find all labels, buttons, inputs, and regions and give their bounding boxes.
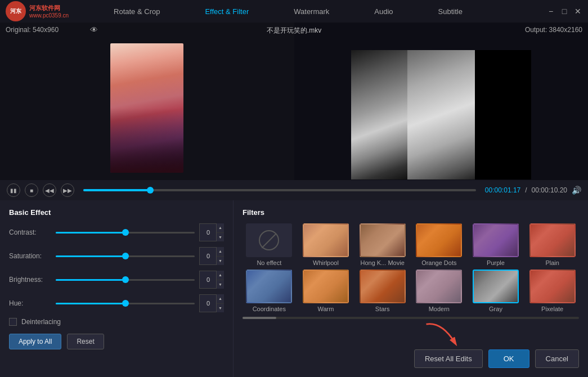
app-subtitle: www.pc0359.cn (29, 12, 69, 19)
progress-bar[interactable] (83, 189, 476, 191)
saturation-label: Saturation: (9, 252, 51, 260)
filter-thumb-no-effect (246, 223, 292, 257)
filter-scrollbar-container (243, 317, 579, 319)
app-title: 河东软件网 (29, 4, 69, 12)
cancel-button[interactable]: Cancel (535, 349, 579, 368)
filter-thumb-gray (473, 270, 519, 303)
stop-button[interactable]: ■ (25, 183, 38, 197)
nav-rotate-crop[interactable]: Rotate & Crop (102, 5, 171, 18)
contrast-label: Contrast: (9, 228, 51, 236)
video-preview-right-container (294, 23, 589, 180)
filter-stars[interactable]: Stars (356, 270, 409, 312)
time-separator: / (525, 186, 527, 194)
original-size: Original: 540x960 (6, 26, 59, 34)
basic-effect-title: Basic Effect (9, 208, 224, 217)
filter-label-hongkong: Hong K... Movie (361, 259, 405, 266)
deinterlacing-row: Deinterlacing (9, 318, 224, 326)
main-content: Basic Effect Contrast: ▲ ▼ Saturation: (0, 200, 588, 377)
filter-label-coordinates: Coordinates (253, 306, 286, 312)
filter-thumb-pixelate (529, 270, 576, 303)
filter-gray[interactable]: Gray (469, 270, 523, 312)
brightness-slider[interactable] (56, 279, 195, 281)
contrast-down[interactable]: ▼ (217, 233, 224, 242)
reset-button[interactable]: Reset (67, 334, 104, 349)
filter-thumb-whirlpool (303, 223, 349, 257)
nav-subtitle[interactable]: Subtitle (427, 5, 474, 18)
effect-buttons: Apply to All Reset (9, 334, 224, 349)
output-size: Output: 3840x2160 (525, 26, 582, 34)
next-button[interactable]: ▶▶ (61, 183, 74, 197)
hue-label: Hue: (9, 299, 51, 307)
filter-modern[interactable]: Modern (412, 270, 466, 312)
window-controls: − □ ✕ (546, 7, 582, 16)
main-nav: Rotate & Crop Effect & Filter Watermark … (91, 5, 485, 18)
saturation-value-wrap: ▲ ▼ (199, 247, 224, 265)
contrast-slider[interactable] (56, 232, 195, 234)
playback-bar: ▮▮ ■ ◀◀ ▶▶ 00:00:01.17 / 00:00:10.20 🔊 (0, 180, 588, 200)
brightness-label: Brightness: (9, 276, 51, 284)
maximize-button[interactable]: □ (560, 7, 569, 16)
nav-audio[interactable]: Audio (363, 5, 404, 18)
contrast-value-wrap: ▲ ▼ (199, 223, 224, 241)
filter-orangedots[interactable]: Orange Dots (412, 223, 466, 266)
hue-up[interactable]: ▲ (217, 294, 224, 304)
filter-thumb-hongkong (360, 223, 406, 257)
filter-label-modern: Modern (429, 306, 450, 312)
filter-label-warm: Warm (318, 306, 334, 312)
filter-thumb-orangedots (416, 223, 462, 257)
filter-purple[interactable]: Purple (469, 223, 523, 266)
nav-watermark[interactable]: Watermark (282, 5, 340, 18)
filter-pixelate[interactable]: Pixelate (526, 270, 579, 312)
filter-label-plain: Plain (545, 259, 559, 266)
filter-label-stars: Stars (375, 306, 390, 312)
filters-title: Filters (243, 208, 579, 217)
filter-thumb-purple (473, 223, 519, 257)
filter-thumb-coordinates (246, 270, 292, 303)
saturation-row: Saturation: ▲ ▼ (9, 247, 224, 265)
prev-button[interactable]: ◀◀ (43, 183, 56, 197)
nav-effect-filter[interactable]: Effect & Filter (194, 5, 260, 18)
video-preview-left (110, 43, 183, 173)
filter-whirlpool[interactable]: Whirlpool (299, 223, 353, 266)
brightness-up[interactable]: ▲ (217, 271, 224, 280)
hue-down[interactable]: ▼ (217, 304, 224, 313)
filter-warm[interactable]: Warm (299, 270, 353, 312)
total-time: 00:00:10.20 (532, 186, 567, 194)
filter-scrollbar-thumb (243, 317, 276, 319)
apply-to-all-button[interactable]: Apply to All (9, 334, 61, 349)
video-preview-left-container (0, 23, 294, 180)
filter-label-whirlpool: Whirlpool (313, 259, 339, 266)
ok-button[interactable]: OK (488, 349, 529, 368)
contrast-row: Contrast: ▲ ▼ (9, 223, 224, 241)
close-button[interactable]: ✕ (573, 7, 582, 16)
filter-label-orangedots: Orange Dots (421, 259, 456, 266)
filter-plain[interactable]: Plain (526, 223, 579, 266)
saturation-down[interactable]: ▼ (217, 257, 224, 266)
filter-scrollbar-track[interactable] (243, 317, 579, 319)
filter-coordinates[interactable]: Coordinates (243, 270, 296, 312)
action-buttons: Reset All Edits OK Cancel (414, 349, 579, 368)
eye-icon[interactable]: 👁 (90, 25, 98, 34)
deinterlacing-label: Deinterlacing (21, 318, 61, 326)
current-time: 00:00:01.17 (485, 186, 520, 194)
filter-label-pixelate: Pixelate (541, 306, 563, 312)
video-area: Original: 540x960 👁 不是开玩笑的.mkv Output: 3… (0, 23, 588, 180)
progress-fill (83, 189, 150, 191)
volume-icon[interactable]: 🔊 (572, 186, 581, 195)
contrast-up[interactable]: ▲ (217, 223, 224, 233)
hue-row: Hue: ▲ ▼ (9, 294, 224, 312)
saturation-up[interactable]: ▲ (217, 247, 224, 257)
filter-no-effect[interactable]: No effect (243, 223, 296, 266)
brightness-down[interactable]: ▼ (217, 280, 224, 289)
deinterlacing-checkbox[interactable] (9, 318, 17, 326)
hue-slider[interactable] (56, 303, 195, 304)
saturation-slider[interactable] (56, 255, 195, 257)
filter-hongkong[interactable]: Hong K... Movie (356, 223, 409, 266)
app-logo: 河东 (6, 1, 26, 21)
play-pause-button[interactable]: ▮▮ (7, 183, 20, 197)
reset-all-edits-button[interactable]: Reset All Edits (414, 349, 483, 368)
progress-handle[interactable] (147, 187, 154, 194)
filter-label-purple: Purple (487, 259, 505, 266)
minimize-button[interactable]: − (546, 7, 555, 16)
filter-thumb-warm (303, 270, 349, 303)
